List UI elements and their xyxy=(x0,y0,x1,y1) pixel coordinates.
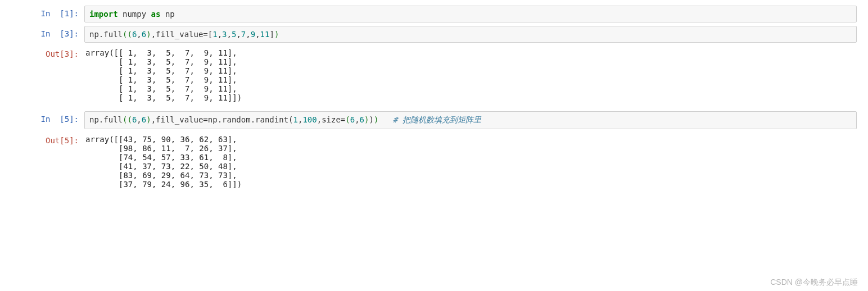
code-input[interactable]: import numpy as np xyxy=(84,6,857,22)
code-token: np.random.randint xyxy=(208,115,288,124)
code-token: , xyxy=(218,30,222,39)
code-token: 6 xyxy=(142,115,146,124)
code-token: 100 xyxy=(302,115,317,124)
code-token: np.full xyxy=(89,115,123,124)
code-token xyxy=(118,10,123,19)
code-token: 6 xyxy=(142,30,146,39)
input-prompt: In [1]: xyxy=(11,6,84,22)
code-token: , xyxy=(236,30,241,39)
output-prompt: Out[5]: xyxy=(11,133,84,194)
code-token: # 把随机数填充到矩阵里 xyxy=(393,115,481,124)
code-token: import xyxy=(89,10,118,19)
code-token xyxy=(378,115,392,124)
code-token: 6 xyxy=(350,115,355,124)
code-token: , xyxy=(246,30,250,39)
code-token: [ xyxy=(208,30,213,39)
code-token: , xyxy=(137,30,141,39)
output-cell: Out[5]:array([[43, 75, 90, 36, 62, 63], … xyxy=(11,133,857,194)
code-token: np xyxy=(160,10,174,19)
code-token: ( xyxy=(288,115,293,124)
code-token: ) xyxy=(146,115,151,124)
code-token: , xyxy=(227,30,232,39)
code-token: , xyxy=(255,30,260,39)
code-token: ) xyxy=(369,115,373,124)
code-token: ( xyxy=(345,115,350,124)
code-token: 6 xyxy=(360,115,364,124)
code-token: = xyxy=(203,115,207,124)
code-token: 9 xyxy=(251,30,255,39)
code-token: as xyxy=(151,10,161,19)
code-token: numpy xyxy=(123,10,151,19)
code-token: ,fill_value xyxy=(151,30,204,39)
input-cell: In [3]:np.full((6,6),fill_value=[1,3,5,7… xyxy=(11,26,857,43)
code-token: ) xyxy=(274,30,279,39)
code-token: ( xyxy=(127,30,132,39)
input-prompt: In [3]: xyxy=(11,26,84,43)
code-token: = xyxy=(203,30,207,39)
code-token: 3 xyxy=(222,30,227,39)
code-token: ] xyxy=(269,30,274,39)
code-token: 1 xyxy=(213,30,217,39)
code-token: 11 xyxy=(260,30,270,39)
code-token: , xyxy=(355,115,359,124)
code-input[interactable]: np.full((6,6),fill_value=[1,3,5,7,9,11]) xyxy=(84,26,857,43)
code-token: 1 xyxy=(293,115,298,124)
output-cell: Out[3]:array([[ 1, 3, 5, 7, 9, 11], [ 1,… xyxy=(11,46,857,108)
notebook-root: In [1]:import numpy as npIn [3]:np.full(… xyxy=(11,6,857,194)
code-token: ,size xyxy=(317,115,341,124)
input-prompt: In [5]: xyxy=(11,111,84,129)
code-token: ) xyxy=(146,30,151,39)
input-cell: In [1]:import numpy as np xyxy=(11,6,857,22)
code-input[interactable]: np.full((6,6),fill_value=np.random.randi… xyxy=(84,111,857,129)
code-token: ( xyxy=(127,115,132,124)
code-token: ,fill_value xyxy=(151,115,204,124)
output-prompt: Out[3]: xyxy=(11,46,84,108)
output-text: array([[ 1, 3, 5, 7, 9, 11], [ 1, 3, 5, … xyxy=(84,46,857,108)
output-text: array([[43, 75, 90, 36, 62, 63], [98, 86… xyxy=(84,133,857,194)
code-token: , xyxy=(137,115,141,124)
input-cell: In [5]:np.full((6,6),fill_value=np.rando… xyxy=(11,111,857,129)
code-token: np.full xyxy=(89,30,123,39)
